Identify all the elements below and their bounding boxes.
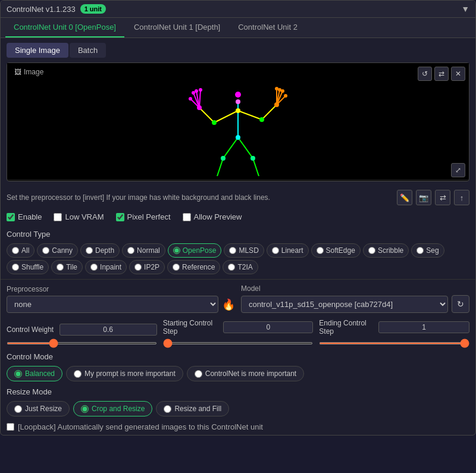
resize-mode-option[interactable]: Crop and Resize (73, 401, 152, 416)
pixel-perfect-checkbox[interactable] (116, 213, 124, 221)
preprocessor-group: Preprocessor none 🔥 (7, 285, 235, 313)
low-vram-checkbox[interactable] (54, 213, 62, 221)
resize-mode-row: Just ResizeCrop and ResizeResize and Fil… (1, 399, 475, 419)
enable-checkbox-label[interactable]: Enable (7, 212, 42, 221)
enable-label: Enable (18, 212, 42, 221)
resize-mode-option[interactable]: Just Resize (7, 401, 70, 416)
image-controls-bottom: ⤢ (451, 163, 465, 177)
model-select[interactable]: control_v11p_sd15_openpose [cab727d4] (241, 296, 448, 313)
control-weight-group: Control Weight (7, 324, 157, 346)
ending-step-slider[interactable] (319, 342, 469, 344)
control-type-option-mlsd[interactable]: MLSD (224, 243, 264, 258)
control-type-option-inpaint[interactable]: Inpaint (85, 260, 127, 274)
refresh-model-button[interactable]: ↻ (452, 295, 469, 313)
allow-preview-checkbox-label[interactable]: Allow Preview (183, 212, 242, 221)
image-label: 🖼 Image (11, 67, 47, 77)
control-type-label-mlsd: MLSD (239, 246, 258, 255)
options-row: Enable Low VRAM Pixel Perfect Allow Prev… (1, 209, 475, 226)
loopback-row: [Loopback] Automatically send generated … (1, 419, 475, 435)
pose-svg (152, 66, 324, 176)
control-type-option-all[interactable]: All (7, 243, 35, 258)
control-mode-section-label: Control Mode (1, 349, 475, 364)
svg-point-29 (192, 91, 195, 95)
control-type-option-depth[interactable]: Depth (80, 243, 120, 258)
ending-step-label: Ending Control Step (319, 319, 378, 336)
control-type-label-openpose: OpenPose (183, 246, 217, 255)
close-image-button[interactable]: ✕ (451, 67, 465, 81)
tab-unit2[interactable]: ControlNet Unit 2 (230, 18, 306, 37)
control-type-option-tile[interactable]: Tile (51, 260, 83, 274)
control-type-option-reference[interactable]: Reference (167, 260, 220, 274)
control-type-label-normal: Normal (137, 246, 160, 255)
control-type-label-lineart: Lineart (281, 246, 303, 255)
loopback-label: [Loopback] Automatically send generated … (18, 422, 263, 431)
svg-point-27 (250, 156, 255, 161)
control-type-label-scribble: Scribble (378, 246, 403, 255)
control-type-option-seg[interactable]: Seg (411, 243, 444, 258)
flip-image-button[interactable]: ⇄ (434, 67, 449, 81)
header: ControlNet v1.1.233 1 unit ▼ (1, 1, 475, 18)
control-mode-option[interactable]: Balanced (7, 366, 62, 381)
camera-icon[interactable]: 📷 (416, 190, 431, 205)
preprocessor-wrapper: none 🔥 (7, 296, 235, 313)
preprocessor-select[interactable]: none (7, 296, 218, 313)
starting-step-value[interactable] (223, 321, 313, 333)
control-weight-label-row: Control Weight (7, 324, 157, 336)
tab-batch[interactable]: Batch (70, 43, 106, 58)
transfer-icon[interactable]: ⇄ (435, 190, 450, 205)
control-type-label-softedge: SoftEdge (326, 246, 355, 255)
control-weight-slider[interactable] (7, 342, 157, 344)
control-type-label-all: All (21, 246, 29, 255)
model-group: Model control_v11p_sd15_openpose [cab727… (241, 284, 469, 313)
unit-badge: 1 unit (80, 4, 106, 14)
svg-point-35 (275, 87, 278, 90)
preprocessor-model-row: Preprocessor none 🔥 Model control_v11p_s… (1, 281, 475, 317)
starting-step-label-row: Starting Control Step (163, 319, 314, 336)
control-type-label-reference: Reference (182, 263, 215, 271)
control-mode-option[interactable]: My prompt is more important (66, 366, 183, 381)
collapse-icon[interactable]: ▼ (461, 4, 469, 14)
control-type-option-openpose[interactable]: OpenPose (168, 243, 222, 258)
sub-tabs: Single Image Batch (1, 38, 475, 60)
resize-mode-section-label: Resize Mode (1, 384, 475, 399)
tab-unit0[interactable]: ControlNet Unit 0 [OpenPose] (5, 18, 124, 37)
main-tabs: ControlNet Unit 0 [OpenPose] ControlNet … (1, 18, 475, 38)
loopback-checkbox[interactable] (7, 423, 14, 431)
pixel-perfect-label: Pixel Perfect (127, 212, 171, 221)
resize-mode-option[interactable]: Resize and Fill (156, 401, 229, 416)
control-type-group: AllCannyDepthNormalOpenPoseMLSDLineartSo… (1, 241, 475, 278)
control-type-option-ip2p[interactable]: IP2P (129, 260, 165, 274)
reset-image-button[interactable]: ↺ (418, 67, 432, 81)
allow-preview-checkbox[interactable] (183, 213, 191, 221)
edit-icon[interactable]: ✏️ (397, 190, 412, 205)
control-type-label-canny: Canny (52, 246, 73, 255)
control-type-option-canny[interactable]: Canny (37, 243, 78, 258)
control-type-option-shuffle[interactable]: Shuffle (7, 260, 49, 274)
control-type-label-ip2p: IP2P (144, 263, 159, 271)
fullscreen-button[interactable]: ⤢ (451, 163, 465, 177)
control-type-option-softedge[interactable]: SoftEdge (311, 243, 361, 258)
svg-point-25 (236, 135, 240, 140)
image-upload-area[interactable]: 🖼 Image ↺ ⇄ ✕ ⤢ (7, 62, 469, 181)
svg-point-28 (189, 97, 192, 101)
control-type-option-t2ia[interactable]: T2IA (223, 260, 258, 274)
header-title: ControlNet v1.1.233 (7, 5, 76, 14)
ending-step-value[interactable] (378, 321, 469, 333)
control-mode-option[interactable]: ControlNet is more important (187, 366, 304, 381)
control-type-option-normal[interactable]: Normal (122, 243, 165, 258)
tab-unit1[interactable]: ControlNet Unit 1 [Depth] (126, 18, 228, 37)
control-type-option-scribble[interactable]: Scribble (363, 243, 409, 258)
starting-step-slider[interactable] (163, 342, 314, 344)
info-text: Set the preprocessor to [invert] If your… (7, 193, 270, 202)
fire-icon[interactable]: 🔥 (222, 298, 235, 311)
upload-icon[interactable]: ↑ (454, 190, 469, 205)
svg-point-18 (235, 92, 241, 98)
control-weight-value[interactable] (60, 324, 157, 336)
controlnet-panel: ControlNet v1.1.233 1 unit ▼ ControlNet … (0, 0, 476, 436)
tab-single-image[interactable]: Single Image (7, 43, 68, 58)
control-type-option-lineart[interactable]: Lineart (267, 243, 309, 258)
enable-checkbox[interactable] (7, 213, 15, 221)
pixel-perfect-checkbox-label[interactable]: Pixel Perfect (116, 212, 171, 221)
svg-point-20 (236, 108, 240, 113)
low-vram-checkbox-label[interactable]: Low VRAM (54, 212, 104, 221)
